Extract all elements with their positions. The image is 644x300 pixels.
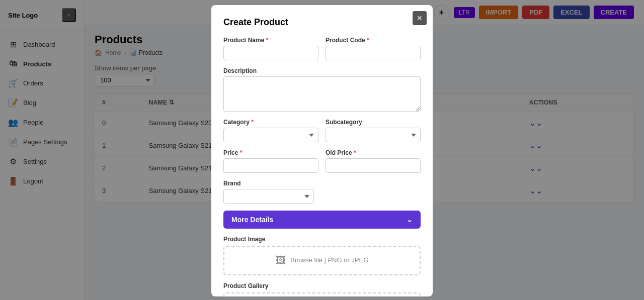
product-image-label: Product Image xyxy=(223,236,421,243)
old-price-label: Old Price * xyxy=(326,149,421,156)
required-indicator: * xyxy=(266,37,269,44)
form-group-product-code: Product Code * xyxy=(326,37,421,60)
form-group-price: Price * xyxy=(223,149,318,173)
product-name-input[interactable] xyxy=(223,46,318,60)
product-gallery-label: Product Gallery xyxy=(223,282,421,289)
required-indicator: * xyxy=(354,149,356,156)
required-indicator: * xyxy=(251,119,254,126)
product-code-input[interactable] xyxy=(326,46,421,60)
product-gallery-section: Product Gallery 🖼 Browse files | PNG or … xyxy=(223,282,421,296)
modal-title: Create Product xyxy=(223,17,421,28)
required-indicator: * xyxy=(367,37,369,44)
form-row-price: Price * Old Price * xyxy=(223,149,421,173)
form-group-category: Category * xyxy=(223,119,318,142)
product-image-placeholder: Browse file | PNG or JPEG xyxy=(290,256,368,264)
product-gallery-upload[interactable]: 🖼 Browse files | PNG or JPEG xyxy=(223,292,421,296)
product-code-label: Product Code * xyxy=(326,37,421,44)
price-input[interactable] xyxy=(223,158,318,173)
accordion-arrow-icon: ⌄ xyxy=(407,216,413,224)
form-group-product-name: Product Name * xyxy=(223,37,318,60)
more-details-accordion[interactable]: More Details ⌄ xyxy=(223,211,421,229)
required-indicator: * xyxy=(240,149,243,156)
product-image-upload[interactable]: 🖼 Browse file | PNG or JPEG xyxy=(223,246,421,275)
category-select[interactable] xyxy=(223,128,318,142)
form-row-name-code: Product Name * Product Code * xyxy=(223,37,421,60)
brand-label: Brand xyxy=(223,180,421,187)
more-details-label: More Details xyxy=(231,216,273,224)
price-label: Price * xyxy=(223,149,318,156)
category-label: Category * xyxy=(223,119,318,126)
product-name-label: Product Name * xyxy=(223,37,318,44)
brand-select[interactable] xyxy=(223,189,314,204)
form-group-old-price: Old Price * xyxy=(326,149,421,173)
form-row-category: Category * Subcategory xyxy=(223,119,421,142)
image-upload-icon: 🖼 xyxy=(276,255,286,266)
create-product-modal: ✕ Create Product Product Name * Product … xyxy=(211,5,433,296)
old-price-input[interactable] xyxy=(326,158,421,173)
modal-close-button[interactable]: ✕ xyxy=(413,11,427,25)
form-group-brand: Brand xyxy=(223,180,421,204)
description-label: Description xyxy=(223,67,421,74)
subcategory-select[interactable] xyxy=(326,128,421,142)
modal-overlay[interactable]: ✕ Create Product Product Name * Product … xyxy=(0,0,644,300)
form-group-subcategory: Subcategory xyxy=(326,119,421,142)
form-group-description: Description xyxy=(223,67,421,112)
subcategory-label: Subcategory xyxy=(326,119,421,126)
product-image-section: Product Image 🖼 Browse file | PNG or JPE… xyxy=(223,236,421,275)
description-textarea[interactable] xyxy=(223,76,421,112)
